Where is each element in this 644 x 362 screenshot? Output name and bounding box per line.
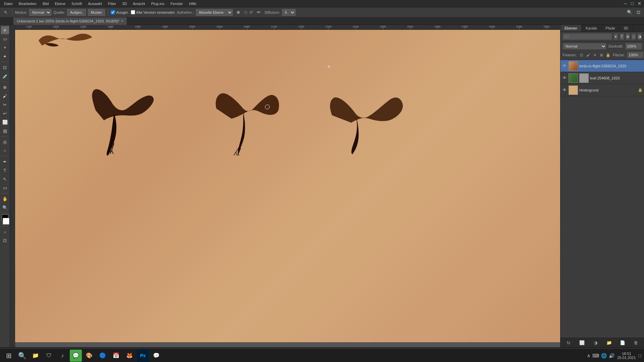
document-tab[interactable]: Unbenannt-1 bei 205% (birds-in-flight-53…	[13, 17, 127, 25]
taskbar-search-icon[interactable]: 🔍	[16, 350, 28, 362]
layer-item-leaf[interactable]: 👁 leaf-254608_1920	[560, 72, 644, 84]
menu-filter[interactable]: Filter	[105, 1, 119, 6]
fx-button[interactable]: fx	[565, 339, 572, 346]
menu-3d[interactable]: 3D	[119, 1, 129, 6]
layer-visibility-leaf[interactable]: 👁	[562, 75, 567, 81]
menu-schrift[interactable]: Schrift	[69, 1, 85, 6]
menu-ansicht[interactable]: Ansicht	[130, 1, 148, 6]
canvas-wrap[interactable]: +	[15, 30, 560, 342]
taskbar-circle-icon[interactable]: 🔵	[97, 350, 109, 362]
clone-tool[interactable]: ✂	[1, 101, 9, 109]
search-icon[interactable]: 🔍	[626, 9, 633, 16]
alte-version-check[interactable]	[131, 10, 135, 14]
delete-layer-button[interactable]: 🗑	[633, 339, 639, 346]
dodge-tool[interactable]: ○	[1, 146, 9, 155]
add-mask-button[interactable]: ⬜	[579, 339, 585, 346]
diffusion-dropdown[interactable]: 5	[282, 9, 296, 16]
history-brush-tool[interactable]: ↩	[1, 109, 9, 117]
menu-hilfe[interactable]: Hilfe	[186, 1, 199, 6]
blend-mode-dropdown[interactable]: Normal	[562, 43, 606, 50]
opacity-input[interactable]	[625, 43, 642, 50]
layers-adjust-icon[interactable]: ◑	[637, 33, 642, 40]
menu-auswahl[interactable]: Auswahl	[85, 1, 105, 6]
taskbar-start-icon[interactable]: ⊞	[3, 350, 15, 362]
tray-chevron-icon[interactable]: ∧	[587, 353, 590, 358]
alte-version-checkbox[interactable]: Alte Version verwenden	[131, 10, 175, 14]
layer-visibility-hintergrund[interactable]: 👁	[562, 87, 567, 93]
crop-tool[interactable]: ⊡	[1, 63, 9, 71]
ausrichten-check[interactable]	[111, 10, 115, 14]
shape-tool[interactable]: ▭	[1, 184, 9, 192]
menu-bild[interactable]: Bild	[40, 1, 51, 6]
tab-close-icon[interactable]: ✕	[121, 19, 123, 23]
muster-button[interactable]: Muster	[88, 9, 105, 16]
taskbar-clock[interactable]: 18:51 25.01.2021	[617, 352, 636, 360]
hand-tool[interactable]: ✋	[1, 195, 9, 203]
menu-bearbeiten[interactable]: Bearbeiten	[16, 1, 39, 6]
sample-icon[interactable]: ⊕	[235, 9, 242, 16]
taskbar-msg-icon[interactable]: 💬	[150, 350, 162, 362]
text-tool[interactable]: T	[1, 166, 9, 174]
lock-artboard-icon[interactable]: ⊞	[599, 52, 604, 58]
menu-plugins[interactable]: Plug-ins	[148, 1, 167, 6]
selection-tool[interactable]: ▭	[1, 35, 9, 43]
blur-tool[interactable]: ◎	[1, 138, 9, 146]
minimize-icon[interactable]: ─	[623, 1, 628, 6]
taskbar-explorer-icon[interactable]: 📁	[30, 350, 42, 362]
tray-keyboard-icon[interactable]: ⌨	[592, 353, 599, 358]
menu-datei[interactable]: Datei	[1, 1, 15, 6]
group-button[interactable]: 📁	[606, 339, 612, 346]
brush-tool[interactable]: 🖌	[1, 92, 9, 100]
layer-item-birds[interactable]: 👁 birds-in-flight-5366034_1920	[560, 60, 644, 72]
background-color[interactable]	[3, 218, 9, 225]
layer-visibility-birds[interactable]: 👁	[562, 63, 567, 69]
tab-ebenen[interactable]: Ebenen	[560, 25, 582, 32]
tab-3d[interactable]: 3D	[620, 25, 633, 32]
path-selection-tool[interactable]: ↖	[1, 175, 9, 183]
pen-tool[interactable]: ✒	[1, 158, 9, 166]
layers-fx-icon[interactable]: ⊕	[626, 33, 630, 40]
taskbar-music-icon[interactable]: ♪	[56, 350, 68, 362]
taskbar-calendar-icon[interactable]: 📅	[110, 350, 122, 362]
tab-pfade[interactable]: Pfade	[601, 25, 620, 32]
taskbar-security-icon[interactable]: 🛡	[43, 350, 55, 362]
screen-mode-icon[interactable]: ⊡	[635, 9, 642, 16]
tab-kanale[interactable]: Kanäle	[582, 25, 601, 32]
fill-input[interactable]	[627, 52, 644, 58]
move-tool-icon[interactable]: ↖	[2, 9, 9, 16]
taskbar-photoshop-icon[interactable]: Ps	[137, 350, 149, 362]
move-tool[interactable]: ✛	[1, 26, 9, 34]
lasso-tool[interactable]: ⌖	[1, 44, 9, 52]
eraser-tool[interactable]: ⬜	[1, 118, 9, 126]
layers-add-icon[interactable]: T	[620, 33, 624, 40]
tray-volume-icon[interactable]: 🔊	[609, 353, 614, 358]
lock-pixels-icon[interactable]: 🖌	[585, 52, 591, 58]
adjustment-button[interactable]: ◑	[592, 339, 599, 346]
quick-mask-tool[interactable]: ⬦	[1, 228, 9, 236]
screen-mode-tool[interactable]: ⊡	[1, 236, 9, 244]
magic-wand-tool[interactable]: ✦	[1, 52, 9, 60]
lock-position-icon[interactable]: ✛	[592, 52, 597, 58]
eyedropper-tool[interactable]: 💉	[1, 72, 9, 80]
new-layer-button[interactable]: 📄	[619, 339, 626, 346]
close-icon[interactable]: ✕	[636, 1, 643, 6]
taskbar-firefox-icon[interactable]: 🦊	[123, 350, 136, 362]
gradient-tool[interactable]: ▤	[1, 127, 9, 135]
lock-all-icon[interactable]: 🔒	[605, 52, 611, 58]
zoom-tool[interactable]: 🔍	[1, 203, 9, 212]
lock-transparent-icon[interactable]: ⊡	[579, 52, 584, 58]
pressure-icon[interactable]: ✏	[255, 9, 263, 16]
notification-icon[interactable]: □	[639, 353, 641, 358]
menu-fenster[interactable]: Fenster	[168, 1, 185, 6]
layer-item-hintergrund[interactable]: 👁 Hintergrund 🔒	[560, 84, 644, 96]
menu-ebene[interactable]: Ebene	[52, 1, 68, 6]
healing-tool[interactable]: ⊕	[1, 83, 9, 91]
ausrichten-checkbox[interactable]: Ausger.	[111, 10, 128, 14]
aufnahme-dropdown[interactable]: Aktuelle Ebene	[196, 9, 233, 16]
modulus-dropdown[interactable]: Normal	[29, 9, 51, 16]
maximize-icon[interactable]: □	[630, 1, 635, 6]
taskbar-chat-icon[interactable]: 💬	[70, 350, 82, 362]
tray-network-icon[interactable]: 🌐	[601, 353, 607, 358]
layers-search-input[interactable]	[562, 33, 612, 40]
layers-filter-icon[interactable]: ▾	[613, 33, 618, 40]
